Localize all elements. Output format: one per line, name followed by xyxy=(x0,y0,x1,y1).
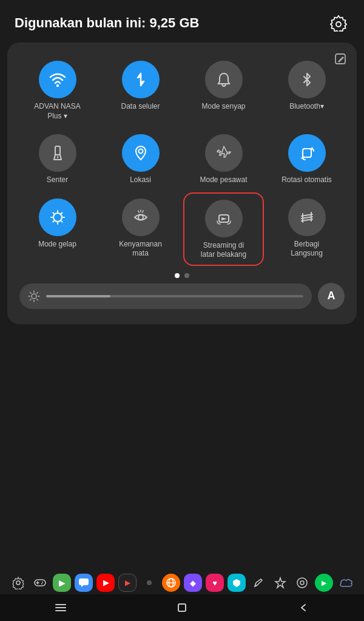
top-header: Digunakan bulan ini: 9,25 GB xyxy=(0,0,364,41)
dock-pen[interactable] xyxy=(249,574,268,592)
streaming-label: Streaming dilatar belakang xyxy=(201,241,246,260)
dock-cloud[interactable] xyxy=(337,574,355,592)
font-size-label: A xyxy=(328,290,335,302)
streaming-icon-bg xyxy=(205,200,243,237)
svg-line-13 xyxy=(53,212,53,213)
location-label: Lokasi xyxy=(130,175,151,185)
svg-rect-53 xyxy=(178,604,186,611)
tile-silent[interactable]: Mode senyap xyxy=(183,55,264,126)
menu-icon[interactable] xyxy=(54,603,67,613)
tile-bluetooth[interactable]: Bluetooth▾ xyxy=(266,55,347,126)
svg-line-35 xyxy=(30,299,32,300)
darkmode-label: Mode gelap xyxy=(38,240,76,249)
svg-line-14 xyxy=(61,221,62,222)
home-icon[interactable] xyxy=(175,601,189,614)
tile-eyecomfort[interactable]: Kenyamananmata xyxy=(100,192,181,266)
svg-point-27 xyxy=(32,294,36,299)
dock-game[interactable] xyxy=(31,574,49,592)
svg-line-33 xyxy=(37,299,38,300)
svg-rect-7 xyxy=(303,149,311,157)
dock-store[interactable]: ▶ xyxy=(53,574,71,592)
back-icon[interactable] xyxy=(297,601,310,614)
dock-youtube[interactable]: ▶ xyxy=(96,574,115,592)
svg-point-1 xyxy=(336,22,341,27)
settings-icon-button[interactable] xyxy=(328,12,349,34)
page-dots xyxy=(15,273,349,278)
dock-messages[interactable] xyxy=(75,574,93,592)
tile-airplane[interactable]: Mode pesawat xyxy=(183,128,264,190)
silent-icon-bg xyxy=(205,61,243,98)
brightness-sun-icon xyxy=(28,290,40,302)
rotation-icon-bg xyxy=(288,134,326,172)
font-size-button[interactable]: A xyxy=(318,283,345,310)
tile-row-1: ADVAN NASAPlus ▾ Data seluler Mode senya… xyxy=(15,55,349,126)
svg-point-40 xyxy=(42,582,43,583)
svg-line-15 xyxy=(61,212,62,213)
tile-data[interactable]: Data seluler xyxy=(100,55,181,126)
airplane-label: Mode pesawat xyxy=(200,175,247,185)
tile-darkmode[interactable]: Mode gelap xyxy=(17,192,98,266)
flashlight-icon-bg xyxy=(39,134,76,172)
darkmode-icon-bg xyxy=(39,199,76,236)
data-usage-text: Digunakan bulan ini: 9,25 GB xyxy=(15,15,199,31)
svg-marker-0 xyxy=(331,16,346,32)
svg-point-6 xyxy=(138,149,143,154)
data-icon-bg xyxy=(122,61,160,98)
svg-marker-47 xyxy=(275,578,285,588)
dock-shield[interactable] xyxy=(228,574,246,592)
silent-label: Mode senyap xyxy=(201,102,245,112)
eyecomfort-label: Kenyamananmata xyxy=(119,240,162,259)
bluetooth-icon-bg xyxy=(288,61,326,98)
tile-streaming[interactable]: Streaming dilatar belakang xyxy=(183,192,264,266)
svg-point-3 xyxy=(56,84,58,87)
svg-line-16 xyxy=(53,221,53,222)
svg-line-20 xyxy=(143,211,143,212)
controls-row: A xyxy=(19,283,345,310)
dot-2 xyxy=(184,273,189,278)
cast-label: BerbagiLangsung xyxy=(291,240,323,259)
tile-location[interactable]: Lokasi xyxy=(100,128,181,190)
svg-rect-4 xyxy=(55,146,60,155)
wifi-icon-bg xyxy=(39,61,76,98)
svg-point-8 xyxy=(53,213,62,222)
rotation-label: Rotasi otomatis xyxy=(281,175,332,185)
dock-dot xyxy=(140,574,158,592)
nav-bar xyxy=(0,594,364,621)
svg-point-49 xyxy=(300,581,304,585)
dock-browser[interactable] xyxy=(162,574,180,592)
tile-row-2: Senter Lokasi Mode pesawat xyxy=(15,128,349,190)
data-label: Data seluler xyxy=(121,102,160,112)
dock-star[interactable] xyxy=(271,574,289,592)
tile-rotation[interactable]: Rotasi otomatis xyxy=(266,128,347,190)
bluetooth-label: Bluetooth▾ xyxy=(289,102,324,112)
tile-flashlight[interactable]: Senter xyxy=(17,128,98,190)
svg-line-18 xyxy=(138,211,139,212)
tile-wifi[interactable]: ADVAN NASAPlus ▾ xyxy=(17,55,98,126)
dock-play[interactable]: ▶ xyxy=(315,574,333,592)
dock-youtube2[interactable]: ▶ xyxy=(118,574,136,592)
flashlight-label: Senter xyxy=(47,175,68,185)
bottom-dock: ▶ ▶ ▶ ◆ ♥ ▶ xyxy=(0,574,364,592)
cast-icon-bg xyxy=(288,199,326,236)
eyecomfort-icon-bg xyxy=(122,199,160,236)
dock-settings2[interactable] xyxy=(293,574,311,592)
dot-1 xyxy=(175,273,180,278)
tile-cast[interactable]: BerbagiLangsung xyxy=(266,192,347,266)
tile-row-3: Mode gelap Kenyamananmata xyxy=(15,192,349,266)
airplane-icon-bg xyxy=(205,134,243,172)
dock-settings[interactable] xyxy=(9,574,27,592)
quick-settings-panel: ADVAN NASAPlus ▾ Data seluler Mode senya… xyxy=(7,42,357,324)
svg-point-48 xyxy=(297,578,307,588)
wifi-label: ADVAN NASAPlus ▾ xyxy=(34,102,80,121)
svg-rect-42 xyxy=(79,579,89,585)
svg-line-34 xyxy=(37,292,38,293)
dock-app1[interactable]: ◆ xyxy=(184,574,202,592)
svg-point-41 xyxy=(41,583,42,585)
dock-health[interactable]: ♥ xyxy=(206,574,224,592)
location-icon-bg xyxy=(122,134,160,172)
svg-line-32 xyxy=(30,292,32,293)
brightness-slider[interactable] xyxy=(19,283,312,309)
svg-point-17 xyxy=(138,215,143,220)
svg-point-36 xyxy=(16,581,20,585)
